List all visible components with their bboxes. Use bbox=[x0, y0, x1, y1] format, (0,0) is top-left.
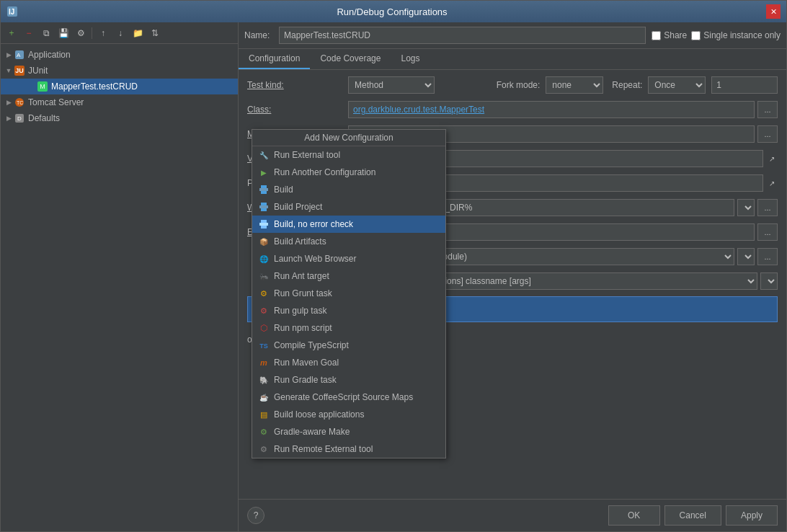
dropdown-item-build-no-error[interactable]: Build, no error check bbox=[252, 216, 445, 233]
dropdown-item-launch-browser[interactable]: Launch Web Browser bbox=[252, 250, 445, 267]
right-panel: Name: Share Single instance only Confi bbox=[239, 22, 786, 531]
move-down-button[interactable]: ↓ bbox=[112, 25, 128, 41]
dropdown-item-build[interactable]: Build bbox=[252, 181, 445, 198]
tab-code-coverage[interactable]: Code Coverage bbox=[310, 49, 391, 69]
vm-options-expand-button[interactable]: ↗ bbox=[766, 153, 778, 164]
dropdown-item-build-artifacts[interactable]: Build Artifacts bbox=[252, 233, 445, 250]
loose-icon bbox=[258, 409, 270, 420]
fork-mode-select[interactable]: none bbox=[546, 76, 603, 94]
dropdown-item-run-gulp[interactable]: Run gulp task bbox=[252, 302, 445, 319]
dropdown-item-run-npm[interactable]: Run npm script bbox=[252, 319, 445, 337]
working-dir-browse-button[interactable]: ... bbox=[757, 199, 778, 216]
run-debug-dialog: IJ Run/Debug Configurations ✕ + − ⧉ 💾 ⚙ … bbox=[0, 0, 787, 532]
add-config-button[interactable]: + bbox=[4, 25, 19, 41]
dropdown-item-generate-coffeescript[interactable]: Generate CoffeeScript Source Maps bbox=[252, 389, 445, 406]
play-icon-another bbox=[258, 167, 270, 178]
tab-logs[interactable]: Logs bbox=[391, 49, 430, 69]
dropdown-item-run-another-config[interactable]: Run Another Configuration bbox=[252, 164, 445, 181]
copy-config-button[interactable]: ⧉ bbox=[38, 25, 54, 41]
sort-button[interactable]: ⇅ bbox=[147, 25, 163, 41]
method-browse-button[interactable]: ... bbox=[757, 125, 778, 143]
dropdown-item-run-remote[interactable]: Run Remote External tool bbox=[252, 440, 445, 458]
folder-button[interactable]: 📁 bbox=[130, 25, 146, 41]
single-instance-checkbox[interactable] bbox=[691, 31, 701, 40]
tree-label-mappertest: MapperTest.testCRUD bbox=[51, 81, 138, 92]
tab-configuration[interactable]: Configuration bbox=[239, 49, 310, 69]
settings-button[interactable]: ⚙ bbox=[73, 25, 89, 41]
tree-item-junit[interactable]: ▼ JU JUnit bbox=[1, 63, 238, 79]
remote-icon bbox=[258, 443, 270, 455]
tree-item-defaults[interactable]: ▶ D Defaults bbox=[1, 110, 238, 126]
defaults-icon: D bbox=[14, 112, 25, 124]
svg-text:A: A bbox=[17, 52, 21, 58]
close-button[interactable]: ✕ bbox=[766, 4, 781, 19]
tree-label-defaults: Defaults bbox=[28, 113, 60, 123]
sep1 bbox=[92, 27, 92, 39]
repeat-select[interactable]: Once bbox=[648, 76, 706, 94]
name-input[interactable] bbox=[279, 27, 646, 44]
program-args-expand-button[interactable]: ↗ bbox=[766, 177, 778, 189]
test-kind-control: Method Fork mode: none Repeat: Once bbox=[348, 76, 778, 94]
class-label: Class: bbox=[247, 105, 348, 115]
single-instance-checkbox-label[interactable]: Single instance only bbox=[691, 30, 781, 40]
save-config-button[interactable]: 💾 bbox=[55, 25, 71, 41]
build-no-error-icon bbox=[258, 218, 270, 230]
cancel-button[interactable]: Cancel bbox=[664, 505, 721, 526]
move-up-button[interactable]: ↑ bbox=[95, 25, 111, 41]
class-input[interactable] bbox=[348, 101, 755, 118]
browser-icon bbox=[258, 253, 270, 265]
grunt-icon bbox=[258, 288, 270, 299]
env-vars-browse-button[interactable]: ... bbox=[757, 223, 778, 241]
maven-icon bbox=[258, 357, 270, 368]
svg-rect-14 bbox=[259, 223, 268, 226]
app-icon: IJ bbox=[6, 6, 18, 17]
config-body: Test kind: Method Fork mode: none Repeat… bbox=[239, 70, 786, 499]
dropdown-item-run-ant[interactable]: Run Ant target bbox=[252, 267, 445, 285]
svg-rect-8 bbox=[259, 188, 268, 191]
tree-item-application[interactable]: ▶ A Application bbox=[1, 47, 238, 63]
dropdown-item-run-maven[interactable]: Run Maven Goal bbox=[252, 354, 445, 371]
share-row: Share Single instance only bbox=[652, 30, 781, 40]
repeat-count-input[interactable] bbox=[711, 76, 778, 94]
remove-config-button[interactable]: − bbox=[21, 25, 37, 41]
name-row: Name: Share Single instance only bbox=[239, 22, 786, 49]
svg-text:D: D bbox=[17, 115, 22, 122]
svg-rect-12 bbox=[261, 203, 267, 205]
tree-label-tomcat: Tomcat Server bbox=[28, 97, 84, 107]
apply-button[interactable]: Apply bbox=[726, 505, 778, 526]
wrench-icon bbox=[258, 149, 270, 161]
tree-label-junit: JUnit bbox=[28, 66, 48, 76]
bottom-row: ? OK Cancel Apply bbox=[239, 499, 786, 531]
dropdown-item-build-project[interactable]: Build Project bbox=[252, 198, 445, 216]
tree-item-mappertest[interactable]: M MapperTest.testCRUD bbox=[1, 79, 238, 94]
share-checkbox[interactable] bbox=[652, 31, 661, 40]
test-kind-label: Test kind: bbox=[247, 80, 348, 90]
dropdown-item-run-gradle[interactable]: Run Gradle task bbox=[252, 371, 445, 389]
tree-label-application: Application bbox=[28, 50, 71, 60]
dropdown-item-run-external-tool[interactable]: Run External tool bbox=[252, 146, 445, 164]
classpath-select2[interactable] bbox=[737, 248, 755, 265]
dropdown-item-gradle-aware[interactable]: Gradle-aware Make bbox=[252, 423, 445, 440]
dropdown-item-compile-ts[interactable]: Compile TypeScript bbox=[252, 337, 445, 354]
classpath-browse-button[interactable]: ... bbox=[757, 248, 778, 265]
dropdown-item-run-grunt[interactable]: Run Grunt task bbox=[252, 285, 445, 302]
dropdown-item-build-loose[interactable]: Build loose applications bbox=[252, 406, 445, 423]
gradle-aware-icon bbox=[258, 426, 270, 438]
help-button[interactable]: ? bbox=[247, 507, 264, 524]
dropdown-menu: Add New Configuration Run External tool … bbox=[252, 129, 446, 458]
title-bar: IJ Run/Debug Configurations ✕ bbox=[1, 1, 786, 22]
test-kind-select[interactable]: Method bbox=[348, 76, 435, 94]
working-dir-select[interactable] bbox=[737, 199, 755, 216]
ok-button[interactable]: OK bbox=[608, 505, 660, 526]
application-icon: A bbox=[14, 49, 25, 61]
junit-icon: JU bbox=[14, 65, 25, 76]
share-checkbox-label[interactable]: Share bbox=[652, 30, 687, 40]
tree-item-tomcat[interactable]: ▶ TC Tomcat Server bbox=[1, 94, 238, 110]
class-browse-button[interactable]: ... bbox=[757, 101, 778, 118]
name-label: Name: bbox=[244, 30, 273, 40]
shorten-select2[interactable] bbox=[760, 272, 778, 290]
fork-mode-label: Fork mode: bbox=[497, 80, 541, 90]
expand-arrow-mappertest bbox=[27, 81, 37, 92]
expand-arrow-tomcat: ▶ bbox=[4, 97, 14, 107]
svg-rect-9 bbox=[261, 185, 267, 188]
